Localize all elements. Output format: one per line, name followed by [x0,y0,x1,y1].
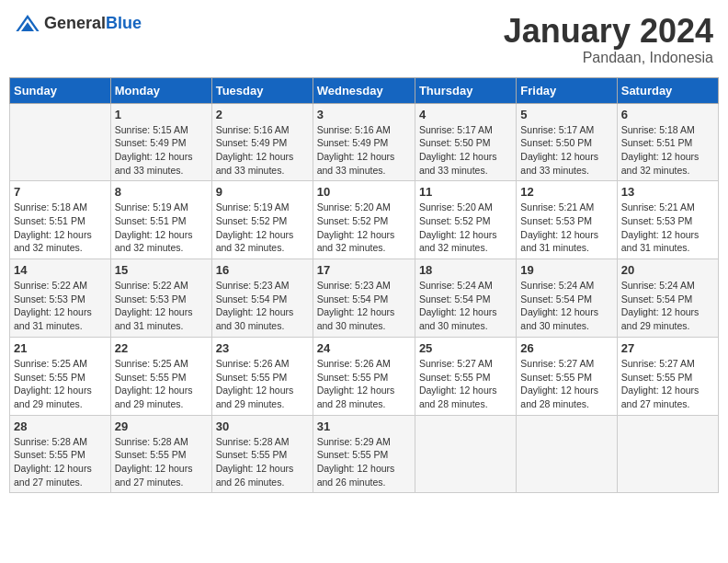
calendar-day-header: Monday [110,77,211,103]
calendar-cell: 7Sunrise: 5:18 AM Sunset: 5:51 PM Daylig… [10,181,111,259]
day-info: Sunrise: 5:27 AM Sunset: 5:55 PM Dayligh… [520,357,612,411]
calendar-cell: 11Sunrise: 5:20 AM Sunset: 5:52 PM Dayli… [415,181,516,259]
calendar-header-row: SundayMondayTuesdayWednesdayThursdayFrid… [10,77,719,103]
calendar-cell: 5Sunrise: 5:17 AM Sunset: 5:50 PM Daylig… [517,103,617,181]
calendar-cell: 24Sunrise: 5:26 AM Sunset: 5:55 PM Dayli… [313,337,415,415]
calendar-day-header: Friday [517,77,617,103]
calendar-body: 1Sunrise: 5:15 AM Sunset: 5:49 PM Daylig… [10,103,719,493]
calendar-cell: 3Sunrise: 5:16 AM Sunset: 5:49 PM Daylig… [313,103,415,181]
day-info: Sunrise: 5:19 AM Sunset: 5:52 PM Dayligh… [216,201,309,255]
day-info: Sunrise: 5:18 AM Sunset: 5:51 PM Dayligh… [621,123,714,178]
calendar-day-header: Wednesday [313,77,415,103]
day-number: 16 [216,263,309,277]
calendar-cell: 18Sunrise: 5:24 AM Sunset: 5:54 PM Dayli… [415,259,516,338]
day-info: Sunrise: 5:21 AM Sunset: 5:53 PM Dayligh… [520,201,612,255]
day-info: Sunrise: 5:23 AM Sunset: 5:54 PM Dayligh… [317,279,411,333]
logo-text-general: General [44,14,106,32]
calendar-cell: 17Sunrise: 5:23 AM Sunset: 5:54 PM Dayli… [313,259,415,338]
day-info: Sunrise: 5:21 AM Sunset: 5:53 PM Dayligh… [621,201,714,255]
day-info: Sunrise: 5:19 AM Sunset: 5:51 PM Dayligh… [115,201,208,255]
calendar-week-row: 14Sunrise: 5:22 AM Sunset: 5:53 PM Dayli… [10,259,719,338]
calendar-cell [517,415,617,493]
calendar-cell: 16Sunrise: 5:23 AM Sunset: 5:54 PM Dayli… [211,259,313,338]
day-number: 6 [621,108,714,121]
logo: GeneralBlue [15,13,142,33]
calendar-cell: 31Sunrise: 5:29 AM Sunset: 5:55 PM Dayli… [313,415,415,493]
calendar-week-row: 7Sunrise: 5:18 AM Sunset: 5:51 PM Daylig… [10,181,719,259]
day-info: Sunrise: 5:28 AM Sunset: 5:55 PM Dayligh… [216,435,309,489]
day-number: 21 [14,341,107,355]
day-info: Sunrise: 5:27 AM Sunset: 5:55 PM Dayligh… [621,357,714,411]
title-block: January 2024 Pandaan, Indonesia [504,13,713,66]
day-number: 12 [520,185,612,199]
day-number: 13 [621,185,714,199]
calendar-cell: 27Sunrise: 5:27 AM Sunset: 5:55 PM Dayli… [617,337,718,415]
calendar-cell [415,415,516,493]
day-number: 5 [520,108,612,121]
calendar-day-header: Tuesday [211,77,313,103]
day-number: 18 [419,263,512,277]
calendar-cell: 29Sunrise: 5:28 AM Sunset: 5:55 PM Dayli… [110,415,211,493]
day-info: Sunrise: 5:17 AM Sunset: 5:50 PM Dayligh… [419,123,512,178]
day-info: Sunrise: 5:20 AM Sunset: 5:52 PM Dayligh… [317,201,411,255]
day-info: Sunrise: 5:22 AM Sunset: 5:53 PM Dayligh… [115,279,208,333]
calendar-cell: 30Sunrise: 5:28 AM Sunset: 5:55 PM Dayli… [211,415,313,493]
calendar-week-row: 28Sunrise: 5:28 AM Sunset: 5:55 PM Dayli… [10,415,719,493]
logo-icon [15,13,40,33]
day-info: Sunrise: 5:26 AM Sunset: 5:55 PM Dayligh… [216,357,309,411]
day-info: Sunrise: 5:29 AM Sunset: 5:55 PM Dayligh… [317,435,411,489]
day-info: Sunrise: 5:28 AM Sunset: 5:55 PM Dayligh… [14,435,107,489]
day-number: 10 [317,185,411,199]
month-title: January 2024 [504,13,713,50]
day-number: 24 [317,341,411,355]
day-number: 20 [621,263,714,277]
calendar-table: SundayMondayTuesdayWednesdayThursdayFrid… [9,77,719,494]
calendar-cell: 21Sunrise: 5:25 AM Sunset: 5:55 PM Dayli… [10,337,111,415]
day-info: Sunrise: 5:27 AM Sunset: 5:55 PM Dayligh… [419,357,512,411]
day-number: 4 [419,108,512,121]
day-info: Sunrise: 5:15 AM Sunset: 5:49 PM Dayligh… [115,123,208,178]
calendar-cell: 22Sunrise: 5:25 AM Sunset: 5:55 PM Dayli… [110,337,211,415]
day-info: Sunrise: 5:16 AM Sunset: 5:49 PM Dayligh… [317,123,411,178]
day-number: 26 [520,341,612,355]
day-number: 8 [115,185,208,199]
day-info: Sunrise: 5:16 AM Sunset: 5:49 PM Dayligh… [216,123,309,178]
day-info: Sunrise: 5:24 AM Sunset: 5:54 PM Dayligh… [621,279,714,333]
day-number: 7 [14,185,107,199]
day-info: Sunrise: 5:25 AM Sunset: 5:55 PM Dayligh… [115,357,208,411]
calendar-cell: 13Sunrise: 5:21 AM Sunset: 5:53 PM Dayli… [617,181,718,259]
location-title: Pandaan, Indonesia [504,50,713,66]
calendar-day-header: Saturday [617,77,718,103]
calendar-cell: 9Sunrise: 5:19 AM Sunset: 5:52 PM Daylig… [211,181,313,259]
day-number: 31 [317,419,411,433]
calendar-day-header: Thursday [415,77,516,103]
calendar-cell: 20Sunrise: 5:24 AM Sunset: 5:54 PM Dayli… [617,259,718,338]
day-number: 11 [419,185,512,199]
calendar-week-row: 1Sunrise: 5:15 AM Sunset: 5:49 PM Daylig… [10,103,719,181]
day-number: 29 [115,419,208,433]
calendar-cell: 15Sunrise: 5:22 AM Sunset: 5:53 PM Dayli… [110,259,211,338]
day-number: 3 [317,108,411,121]
calendar-cell: 8Sunrise: 5:19 AM Sunset: 5:51 PM Daylig… [110,181,211,259]
calendar-cell: 4Sunrise: 5:17 AM Sunset: 5:50 PM Daylig… [415,103,516,181]
day-number: 17 [317,263,411,277]
day-number: 9 [216,185,309,199]
day-info: Sunrise: 5:26 AM Sunset: 5:55 PM Dayligh… [317,357,411,411]
calendar-cell [10,103,111,181]
day-number: 30 [216,419,309,433]
calendar-cell [617,415,718,493]
day-number: 14 [14,263,107,277]
day-number: 19 [520,263,612,277]
day-number: 25 [419,341,512,355]
calendar-cell: 1Sunrise: 5:15 AM Sunset: 5:49 PM Daylig… [110,103,211,181]
day-number: 22 [115,341,208,355]
calendar-week-row: 21Sunrise: 5:25 AM Sunset: 5:55 PM Dayli… [10,337,719,415]
logo-text-blue: Blue [106,14,142,32]
calendar-cell: 23Sunrise: 5:26 AM Sunset: 5:55 PM Dayli… [211,337,313,415]
day-info: Sunrise: 5:24 AM Sunset: 5:54 PM Dayligh… [520,279,612,333]
day-info: Sunrise: 5:17 AM Sunset: 5:50 PM Dayligh… [520,123,612,178]
calendar-cell: 6Sunrise: 5:18 AM Sunset: 5:51 PM Daylig… [617,103,718,181]
day-number: 1 [115,108,208,121]
day-info: Sunrise: 5:18 AM Sunset: 5:51 PM Dayligh… [14,201,107,255]
calendar-cell: 28Sunrise: 5:28 AM Sunset: 5:55 PM Dayli… [10,415,111,493]
